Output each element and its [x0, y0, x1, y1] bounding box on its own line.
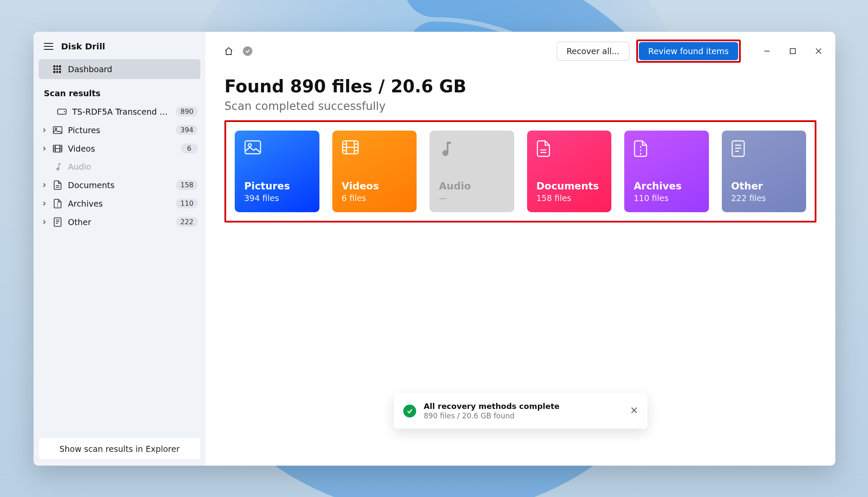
tree-archives[interactable]: Archives 110 [34, 194, 205, 213]
tree-pictures[interactable]: Pictures 394 [34, 121, 205, 139]
other-icon [52, 217, 63, 227]
tree-videos[interactable]: Videos 6 [34, 139, 205, 158]
pictures-icon [244, 140, 261, 157]
scan-results-title: Scan results [34, 79, 205, 102]
category-cards: Pictures 394 files Videos 6 files [235, 131, 806, 212]
recover-all-button[interactable]: Recover all... [557, 42, 629, 61]
topbar: Recover all... Review found items [205, 32, 835, 68]
chevron-right-icon [41, 146, 47, 151]
chevron-right-icon [41, 201, 47, 206]
results-subhead: Scan completed successfully [224, 100, 816, 113]
toast-close-button[interactable] [630, 406, 638, 416]
completion-toast: All recovery methods complete 890 files … [394, 393, 647, 429]
results-headline: Found 890 files / 20.6 GB [224, 76, 816, 96]
app-title: Disk Drill [61, 41, 105, 52]
svg-rect-2 [53, 127, 62, 134]
tree-audio: Audio [34, 158, 205, 176]
chevron-right-icon [41, 128, 47, 132]
drive-icon [57, 108, 67, 115]
tree-device-count: 890 [176, 107, 198, 116]
document-icon [537, 140, 554, 157]
window-maximize-button[interactable] [786, 45, 799, 58]
video-icon [52, 145, 63, 152]
audio-icon [439, 140, 456, 157]
sidebar-header: Disk Drill [34, 32, 205, 59]
other-icon [731, 140, 748, 157]
archive-icon [52, 199, 63, 208]
card-audio: Audio — [429, 131, 514, 212]
archive-icon [634, 140, 651, 157]
card-videos[interactable]: Videos 6 files [332, 131, 417, 212]
document-icon [52, 180, 63, 190]
status-check-icon [242, 45, 254, 57]
tree-device[interactable]: TS-RDF5A Transcend US... 890 [34, 102, 205, 121]
review-items-highlight: Review found items [636, 40, 741, 63]
tree-documents[interactable]: Documents 158 [34, 176, 205, 194]
tree-other[interactable]: Other 222 [34, 213, 205, 231]
card-documents[interactable]: Documents 158 files [527, 131, 612, 212]
nav-dashboard-label: Dashboard [68, 64, 112, 74]
main-pane: Recover all... Review found items Found … [205, 32, 835, 466]
svg-rect-6 [790, 49, 795, 54]
window-close-button[interactable] [812, 45, 825, 58]
svg-point-8 [248, 144, 252, 147]
svg-rect-5 [54, 218, 61, 226]
svg-point-3 [55, 128, 57, 130]
svg-point-1 [64, 111, 65, 112]
svg-rect-7 [245, 141, 261, 154]
review-found-items-button[interactable]: Review found items [639, 42, 738, 60]
nav-dashboard[interactable]: Dashboard [39, 59, 200, 79]
card-archives[interactable]: Archives 110 files [624, 131, 709, 212]
pictures-icon [52, 126, 63, 134]
chevron-right-icon [41, 220, 47, 224]
tree-device-label: TS-RDF5A Transcend US... [72, 107, 171, 116]
success-check-icon [403, 405, 416, 418]
hamburger-icon[interactable] [44, 43, 53, 50]
card-pictures[interactable]: Pictures 394 files [235, 131, 319, 212]
video-icon [342, 140, 359, 157]
sidebar: Disk Drill Dashboard Scan results TS-RDF… [34, 32, 205, 466]
home-button[interactable] [223, 45, 235, 57]
toast-title: All recovery methods complete [424, 402, 623, 411]
window-minimize-button[interactable] [761, 45, 773, 58]
card-other[interactable]: Other 222 files [722, 131, 807, 212]
chevron-right-icon [41, 183, 47, 187]
app-window: Disk Drill Dashboard Scan results TS-RDF… [34, 32, 835, 466]
dashboard-grid-icon [53, 65, 61, 73]
toast-sub: 890 files / 20.6 GB found [424, 412, 623, 420]
show-in-explorer-button[interactable]: Show scan results in Explorer [39, 438, 200, 460]
window-controls [761, 45, 825, 58]
audio-icon [52, 162, 63, 171]
category-cards-highlight: Pictures 394 files Videos 6 files [224, 120, 816, 223]
